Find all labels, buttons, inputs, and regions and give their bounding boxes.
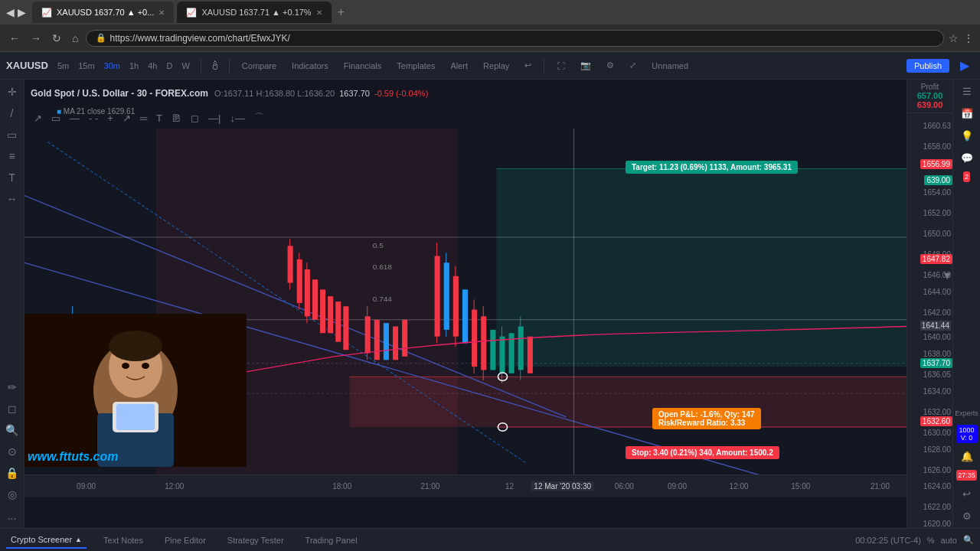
draw-cursor-btn[interactable]: ↗: [31, 111, 45, 126]
address-input[interactable]: [109, 33, 934, 44]
trend-line-tool[interactable]: /: [8, 104, 17, 122]
pine-editor-tab[interactable]: Pine Editor: [160, 533, 211, 548]
draw-line-btn[interactable]: —: [67, 111, 83, 126]
hide-drawings-tool[interactable]: ◎: [5, 485, 20, 504]
chat-btn[interactable]: 💬: [958, 149, 976, 167]
draw-hline-btn[interactable]: ═: [137, 111, 150, 126]
draw-arrow-btn[interactable]: ↗: [119, 111, 134, 126]
time-label-9: 15:00: [791, 482, 810, 491]
tv-toolbar: XAUUSD 5m 15m 30m 1h 4h D W 🕯 Compare In…: [0, 52, 980, 80]
next-btn[interactable]: ▶: [956, 57, 974, 74]
magnet-tool[interactable]: ⊙: [5, 442, 20, 461]
more-tools-btn[interactable]: ...: [5, 507, 20, 525]
tab-favicon-1: 📈: [41, 8, 52, 18]
draw-text-btn[interactable]: T: [153, 111, 165, 126]
settings-icon[interactable]: ⋮: [963, 32, 974, 44]
brush-tool[interactable]: ✏: [5, 378, 20, 396]
fib-0.744: 0.744: [373, 295, 392, 303]
webcam-overlay: www.fttuts.com: [24, 314, 247, 467]
refresh-button[interactable]: ↻: [49, 31, 64, 46]
undo-button[interactable]: ↩: [520, 59, 536, 72]
text-notes-label: Text Notes: [103, 536, 143, 545]
ideas-btn[interactable]: 💡: [958, 127, 976, 145]
draw-cross-btn[interactable]: +: [104, 111, 116, 126]
undo-redo-btn[interactable]: ↩: [959, 485, 974, 503]
expand-btn[interactable]: ⤢: [625, 59, 641, 72]
home-button[interactable]: ⌂: [69, 31, 81, 46]
back-nav-button[interactable]: ←: [6, 31, 23, 46]
open-pnl-label: Open P&L: -1.6%, Qty: 147 Risk/Reward Ra…: [652, 408, 761, 429]
rect-tool[interactable]: ▭: [4, 126, 20, 144]
new-tab-button[interactable]: +: [338, 5, 345, 19]
forward-nav-button[interactable]: →: [28, 31, 44, 46]
draw-rect-btn[interactable]: ▭: [48, 111, 64, 126]
draw-arrow-down-btn[interactable]: ↓—: [227, 111, 248, 126]
crypto-screener-tab[interactable]: Crypto Screener ▲: [6, 532, 87, 549]
address-bar[interactable]: 🔒: [86, 30, 944, 47]
eraser-tool[interactable]: ◻: [5, 399, 20, 418]
chevron-down-icon[interactable]: ▼: [942, 269, 952, 282]
time-label-10: 21:00: [871, 482, 890, 491]
watchlist-btn[interactable]: ☰: [959, 83, 975, 100]
calendar-btn[interactable]: 📅: [958, 105, 976, 122]
text-notes-tab[interactable]: Text Notes: [99, 533, 148, 548]
watermark-text: www.fttuts.com: [28, 450, 119, 464]
draw-curve-btn[interactable]: ⌒: [251, 109, 267, 126]
back-button[interactable]: ◀: [6, 6, 15, 18]
tab-close-2[interactable]: ✕: [316, 8, 322, 17]
tf-d[interactable]: D: [164, 60, 176, 72]
fib-tool[interactable]: ≡: [5, 147, 18, 165]
draw-dashed-btn[interactable]: - -: [86, 111, 101, 126]
draw-textbox-btn[interactable]: 🖹: [168, 111, 185, 126]
fullscreen-chart-btn[interactable]: ⛶: [552, 60, 570, 72]
forward-button[interactable]: ▶: [18, 6, 26, 18]
settings-gear-btn[interactable]: ⚙: [602, 59, 619, 72]
compare-button[interactable]: Compare: [237, 60, 281, 72]
account-btn[interactable]: Unnamed: [647, 60, 693, 72]
percent-toggle[interactable]: %: [927, 536, 935, 545]
candle-10: [374, 320, 380, 360]
trading-panel-tab[interactable]: Trading Panel: [301, 533, 362, 548]
candle-11: [384, 323, 389, 360]
tf-1h[interactable]: 1h: [126, 60, 142, 72]
zoom-out-btn[interactable]: 🔍: [963, 535, 974, 545]
browser-tab-2[interactable]: 📈 XAUUSD 1637.71 ▲ +0.17% ✕: [177, 2, 331, 23]
draw-callout-btn[interactable]: ◻: [188, 111, 202, 126]
replay-button[interactable]: Replay: [479, 60, 514, 72]
tf-30m[interactable]: 30m: [101, 60, 123, 72]
browser-tab-1-label: XAUUSD 1637.70 ▲ +0...: [57, 8, 154, 17]
change-value: -0.59 (-0.04%): [374, 89, 428, 98]
tab-close-1[interactable]: ✕: [158, 8, 165, 17]
lock-drawing-tool[interactable]: 🔒: [2, 464, 21, 482]
tf-4h[interactable]: 4h: [145, 60, 160, 72]
text-tool[interactable]: T: [5, 168, 18, 187]
browser-tab-1[interactable]: 📈 XAUUSD 1637.70 ▲ +0... ✕: [32, 2, 174, 23]
crosshair-tool[interactable]: ✛: [5, 83, 20, 101]
measure-tool[interactable]: ↔: [4, 190, 21, 208]
time-label-1: 09:00: [77, 482, 96, 491]
tf-15m[interactable]: 15m: [75, 60, 97, 72]
zoom-tool[interactable]: 🔍: [2, 421, 21, 439]
tab-favicon-2: 📈: [186, 8, 197, 18]
alert-button[interactable]: Alert: [446, 60, 472, 72]
templates-button[interactable]: Templates: [392, 60, 439, 72]
time-label-8: 12:00: [730, 482, 749, 491]
draw-price-note-btn[interactable]: —|: [205, 111, 224, 126]
indicators-label: Indicators: [292, 61, 328, 70]
lock-icon: 🔒: [96, 33, 106, 43]
tv-main-area: ✛ / ▭ ≡ T ↔ ✏ ◻ 🔍 ⊙ 🔒 ◎ ... Gold Spot / …: [0, 80, 980, 528]
alert-panel-btn[interactable]: 🔔: [958, 448, 976, 465]
bottom-bar: Crypto Screener ▲ Text Notes Pine Editor…: [0, 528, 980, 551]
experts-btn[interactable]: Experts: [952, 406, 980, 420]
tf-w[interactable]: W: [178, 60, 192, 72]
financials-button[interactable]: Financials: [339, 60, 387, 72]
candle-red-7: [335, 302, 341, 342]
tf-5m[interactable]: 5m: [54, 60, 72, 72]
candle-type-btn[interactable]: 🕯: [209, 59, 221, 73]
panel-settings-btn[interactable]: ⚙: [959, 507, 975, 525]
chart-symbol: Gold Spot / U.S. Dollar - 30 - FOREX.com: [31, 88, 208, 99]
indicators-button[interactable]: Indicators: [287, 60, 333, 72]
snapshot-btn[interactable]: 📷: [576, 59, 596, 72]
symbol-display[interactable]: XAUUSD: [6, 60, 48, 71]
strategy-tester-tab[interactable]: Strategy Tester: [223, 533, 289, 548]
